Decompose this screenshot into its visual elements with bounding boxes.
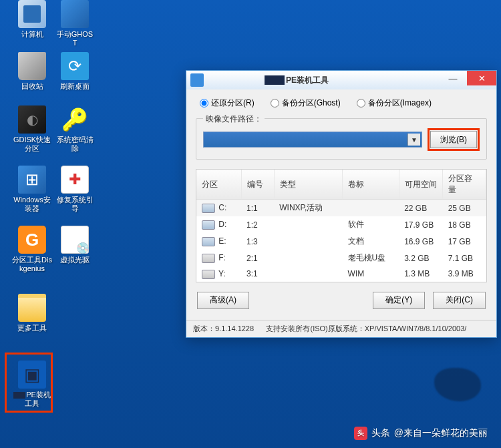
image-path-combo[interactable]: ▼ — [203, 132, 422, 148]
column-header[interactable]: 编号 — [241, 170, 274, 200]
table-cell: E: — [196, 233, 241, 250]
desktop-icon-计算机[interactable]: 计算机 — [12, 0, 52, 39]
dg-icon — [18, 226, 46, 254]
desktop-icon-分区工具Diskgenius[interactable]: 分区工具Diskgenius — [12, 226, 52, 273]
table-cell: Y: — [196, 266, 241, 282]
repair-icon — [61, 166, 89, 194]
support-text: 支持安装所有(ISO)原版系统：XP/VISTA/WIN7/8/8.1/10/2… — [266, 324, 466, 332]
desktop-icon-Windows安装器[interactable]: Windows安装器 — [12, 166, 52, 213]
table-cell: 3.9 MB — [443, 266, 486, 282]
table-cell — [274, 266, 342, 282]
desktop-icon-label: 刷新桌面 — [55, 82, 95, 91]
desktop-icon-GDISK快速分区[interactable]: GDISK快速分区 — [12, 105, 52, 153]
table-cell: 2:1 — [241, 250, 274, 266]
browse-button[interactable]: 浏览(B) — [430, 131, 477, 148]
radio-input[interactable] — [357, 99, 365, 107]
column-header[interactable]: 分区容量 — [443, 170, 486, 200]
desktop-icon-label: GDISK快速分区 — [12, 136, 52, 153]
table-cell: 22 GB — [399, 200, 443, 217]
titlebar[interactable]: PE装机工具 — ✕ — [186, 71, 496, 89]
desktop-icon-修复系统引导[interactable]: 修复系统引导 — [55, 166, 95, 213]
close-window-button[interactable]: ✕ — [467, 71, 496, 85]
desktop-icon-回收站[interactable]: 回收站 — [12, 52, 52, 91]
desktop-icon-label: 计算机 — [12, 30, 52, 39]
mode-radio-1[interactable]: 备份分区(Ghost) — [271, 97, 341, 109]
table-cell: WIM — [343, 266, 399, 282]
desktop-icon-更多工具[interactable]: 更多工具 — [12, 294, 52, 332]
cancel-button[interactable]: 关闭(C) — [433, 292, 486, 309]
mode-radio-2[interactable]: 备份分区(Imagex) — [357, 97, 432, 109]
table-cell — [343, 200, 399, 217]
ok-button[interactable]: 确定(Y) — [373, 292, 425, 309]
radio-label: 备份分区(Imagex) — [368, 97, 432, 109]
column-header[interactable]: 分区 — [196, 170, 241, 200]
partition-table: 分区编号类型卷标可用空间分区容量 C:1:1WINXP,活动22 GB25 GB… — [196, 169, 487, 282]
desktop-icon-label: PE装机工具 — [12, 391, 52, 408]
mode-radio-0[interactable]: 还原分区(R) — [200, 97, 255, 109]
window-title: PE装机工具 — [208, 75, 439, 86]
desktop-icon-label: 回收站 — [12, 82, 52, 91]
watermark-brand: 头条 — [371, 427, 390, 439]
desktop-icon-label: 分区工具Diskgenius — [12, 256, 52, 273]
desktop-icon-PE装机工具[interactable]: PE装机工具 — [12, 361, 52, 408]
table-cell: WINXP,活动 — [274, 200, 342, 217]
drive-icon — [202, 220, 215, 230]
table-row[interactable]: Y:3:1WIM1.3 MB3.9 MB — [196, 266, 486, 282]
desktop-icon-label: 修复系统引导 — [55, 196, 95, 213]
group-title: 映像文件路径： — [203, 114, 265, 125]
table-cell: 17.9 GB — [399, 216, 443, 233]
table-cell: 16.9 GB — [399, 233, 443, 250]
table-row[interactable]: F:2:1老毛桃U盘3.2 GB7.1 GB — [196, 250, 486, 266]
ghost-icon — [61, 0, 89, 28]
watermark-author: @来自一朵鲜花的美丽 — [394, 427, 488, 439]
table-row[interactable]: C:1:1WINXP,活动22 GB25 GB — [196, 200, 486, 217]
window-icon — [190, 73, 204, 87]
table-cell: 3.2 GB — [399, 250, 443, 266]
advanced-button[interactable]: 高级(A) — [197, 292, 249, 309]
drive-icon — [202, 254, 215, 263]
table-cell: D: — [196, 216, 241, 233]
version-text: 版本：9.1.14.1228 — [193, 324, 254, 332]
toutiao-logo-icon: 头 — [354, 427, 367, 440]
radio-input[interactable] — [200, 99, 208, 107]
table-cell — [274, 250, 342, 266]
desktop-icon-刷新桌面[interactable]: 刷新桌面 — [55, 52, 95, 91]
column-header[interactable]: 类型 — [274, 170, 342, 200]
desktop-icon-虚拟光驱[interactable]: 虚拟光驱 — [55, 226, 95, 264]
mode-radio-group: 还原分区(R)备份分区(Ghost)备份分区(Imagex) — [196, 97, 487, 109]
table-cell: 老毛桃U盘 — [343, 250, 399, 266]
table-cell: 1.3 MB — [399, 266, 443, 282]
table-row[interactable]: E:1:3文档16.9 GB17 GB — [196, 233, 486, 250]
chevron-down-icon: ▼ — [411, 136, 418, 144]
table-cell: 18 GB — [443, 216, 486, 233]
column-header[interactable]: 卷标 — [343, 170, 399, 200]
petool-icon — [18, 361, 46, 389]
drive-icon — [202, 270, 215, 279]
table-row[interactable]: D:1:2软件17.9 GB18 GB — [196, 216, 486, 233]
table-cell: 17 GB — [443, 233, 486, 250]
winsetup-icon — [18, 166, 46, 194]
pe-installer-window: PE装机工具 — ✕ 还原分区(R)备份分区(Ghost)备份分区(Imagex… — [186, 70, 497, 338]
desktop-icon-系统密码清除[interactable]: 系统密码清除 — [55, 105, 95, 153]
minimize-button[interactable]: — — [439, 71, 467, 85]
gdisk-icon — [18, 105, 46, 134]
image-path-group: 映像文件路径： ▼ 浏览(B) — [196, 118, 487, 160]
decorative-blob — [434, 368, 481, 401]
table-cell — [274, 233, 342, 250]
table-cell: 1:1 — [241, 200, 274, 217]
highlight-browse: 浏览(B) — [428, 128, 480, 151]
column-header[interactable]: 可用空间 — [399, 170, 443, 200]
table-cell: 25 GB — [443, 200, 486, 217]
table-cell — [274, 216, 342, 233]
desktop-icon-手动GHOST[interactable]: 手动GHOST — [55, 0, 95, 47]
drive-icon — [202, 237, 215, 246]
drive-icon — [202, 204, 215, 213]
radio-label: 还原分区(R) — [211, 97, 255, 109]
refresh-icon — [61, 52, 89, 80]
radio-input[interactable] — [271, 99, 279, 107]
table-cell: C: — [196, 200, 241, 217]
table-cell: 软件 — [343, 216, 399, 233]
desktop-icon-label: 更多工具 — [12, 324, 52, 332]
table-cell: 1:3 — [241, 233, 274, 250]
key-icon — [61, 105, 89, 134]
